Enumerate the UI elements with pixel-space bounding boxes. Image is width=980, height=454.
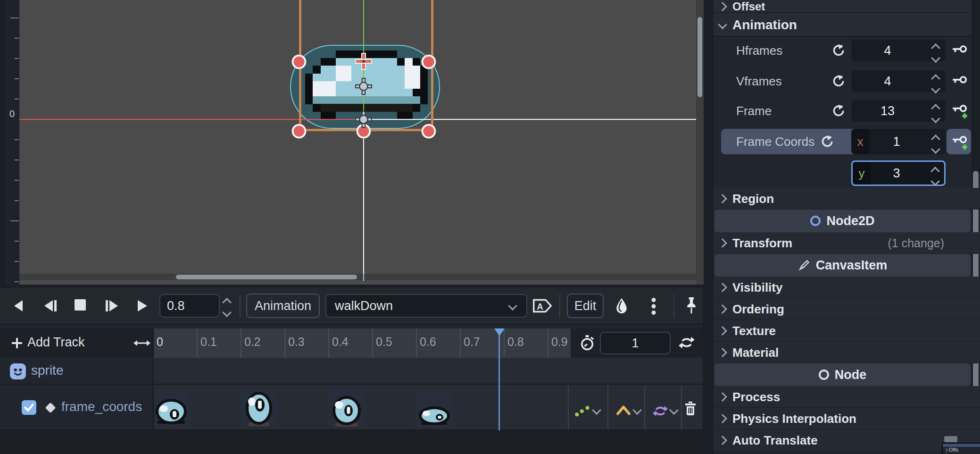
selection-handle-bottom-left[interactable] [292,124,307,139]
add-key-icon[interactable] [949,133,970,151]
section-region[interactable]: Region [714,188,980,210]
spin-down-icon[interactable] [931,53,940,63]
spin-down-icon[interactable] [222,308,232,317]
track-enabled-checkbox[interactable] [22,400,36,415]
spin-down-icon[interactable] [931,144,940,154]
add-track-button[interactable]: Add Track [27,335,85,350]
delete-track-trash-icon[interactable] [684,401,697,416]
property-label: Frame [736,100,772,122]
time-spinner-arrows[interactable] [224,299,230,316]
spin-up-icon[interactable] [930,167,940,176]
property-label: Vframes [736,70,782,92]
selection-handle-mid-right[interactable] [422,55,436,69]
spin-up-icon[interactable] [931,104,940,113]
spin-down-icon[interactable] [931,114,940,123]
playhead-marker[interactable] [494,328,505,336]
timeline-tick-cell[interactable]: 0.1 [197,328,241,358]
selection-handle-mid-left[interactable] [292,55,307,69]
collapse-chevron-icon [718,304,727,314]
spin-down-icon[interactable] [930,177,940,186]
section-offset[interactable]: Offset [714,0,980,13]
track-row-sprite[interactable]: sprite [0,358,703,385]
section-visibility[interactable]: Visibility [714,277,980,298]
play-backwards-from-end-icon[interactable] [43,299,58,312]
revert-icon[interactable] [831,75,845,88]
spin-up-icon[interactable] [931,74,940,84]
frame-coords-y-spinbox[interactable]: y 3 [851,160,946,186]
revert-icon[interactable] [831,104,845,118]
timeline-tick-cell[interactable]: 0 [153,328,197,358]
section-transform[interactable]: Transform(1 change) [714,232,980,254]
timeline-tick-cell[interactable]: 0.4 [328,328,372,358]
interpolation-mode-icon[interactable] [616,405,631,415]
onion-skinning-icon[interactable] [614,296,629,315]
selection-handle-bottom-right[interactable] [422,124,436,139]
spin-down-icon[interactable] [931,84,940,93]
section-process[interactable]: Process [714,386,980,408]
revert-icon[interactable] [820,135,833,148]
timeline-tick-cell[interactable]: 0.2 [241,328,284,358]
viewport-vertical-scrollbar[interactable] [696,0,704,285]
2d-viewport[interactable]: 0 [6,0,704,285]
add-track-plus-icon[interactable] [10,336,24,350]
section-ordering[interactable]: Ordering [714,298,980,320]
category-node[interactable]: Node [714,363,971,386]
key-icon[interactable] [949,72,970,91]
keyframe-thumbnail[interactable] [328,389,365,427]
section-material[interactable]: Material [714,342,980,363]
category-node2d[interactable]: Node2D [714,210,971,232]
update-mode-continuous-icon[interactable] [574,404,590,417]
hscroll-thumb[interactable] [176,275,357,279]
vframes-spinbox[interactable]: 4 [851,70,946,92]
stop-icon[interactable] [75,299,86,311]
timeline-tick-cell[interactable]: 0.6 [416,328,460,358]
autoplay-on-load-icon[interactable]: A [532,298,553,313]
origin-gizmo-icon[interactable] [355,111,372,128]
keyframe-thumbnail[interactable] [241,389,277,427]
more-options-menu-icon[interactable] [651,297,656,315]
vscroll-thumb[interactable] [698,17,702,97]
keyframe-thumbnail[interactable] [416,389,453,427]
animation-length-clock-icon[interactable] [579,335,595,352]
property-label: Hframes [736,40,782,61]
animation-name: walkDown [335,299,393,313]
pivot-crosshair-icon[interactable] [355,52,373,70]
frame-coords-x-spinbox[interactable]: x 1 [851,129,946,154]
spin-up-icon[interactable] [931,135,940,144]
animation-length-spinbox[interactable]: 1 [600,332,671,354]
add-key-icon[interactable] [949,101,970,120]
animation-select-dropdown[interactable]: walkDown [325,294,527,318]
timeline-tick-cell[interactable]: 0.8 [504,328,548,358]
loop-wrap-mode-icon[interactable] [652,404,669,418]
category-canvasitem[interactable]: CanvasItem [714,254,971,277]
section-physics-interpolation[interactable]: Physics Interpolation [714,408,980,429]
key-icon[interactable] [949,41,970,60]
animation-menu-button[interactable]: Animation [246,294,320,318]
ruler-tick [15,281,19,282]
section-auto-translate[interactable]: Auto Translate [714,429,980,451]
play-backwards-icon[interactable] [13,299,25,312]
revert-icon[interactable] [831,44,845,57]
viewport-horizontal-scrollbar[interactable] [19,274,696,280]
frame-spinbox[interactable]: 13 [851,100,946,122]
section-animation[interactable]: Animation [714,13,980,37]
timeline-ruler[interactable]: 00.10.20.30.40.50.60.70.80.9 [153,328,571,358]
play-icon[interactable] [137,299,148,312]
spin-up-icon[interactable] [222,298,232,307]
track-name-divider[interactable] [153,328,154,430]
timeline-tick-cell[interactable]: 0.9 [548,328,571,358]
pin-panel-icon[interactable] [684,295,699,315]
current-time-spinbox[interactable]: 0.8 [159,294,220,318]
loop-animation-icon[interactable] [678,335,695,350]
keyframe-thumbnail[interactable] [153,389,190,427]
popup-titlebar [943,444,980,447]
timeline-tick-cell[interactable]: 0.3 [284,328,328,358]
spin-up-icon[interactable] [931,43,940,53]
section-texture[interactable]: Texture [714,320,980,342]
play-from-start-icon[interactable] [105,299,119,312]
move-gizmo-icon[interactable] [355,78,372,95]
timeline-tick-cell[interactable]: 0.5 [372,328,416,358]
edit-button[interactable]: Edit [567,294,604,318]
pan-timeline-icon[interactable] [133,338,150,348]
hframes-spinbox[interactable]: 4 [851,40,946,61]
